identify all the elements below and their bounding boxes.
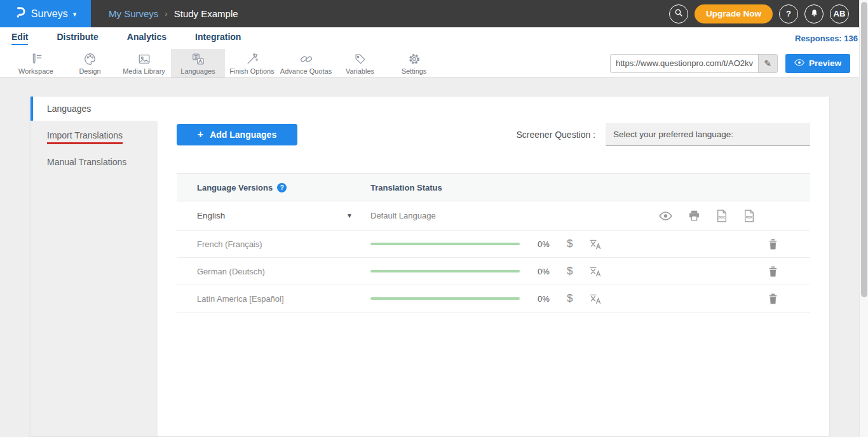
translation-percent: 0% — [538, 239, 557, 249]
surveys-menu-label: Surveys — [31, 8, 68, 20]
responses-count-link[interactable]: Responses: 136 — [795, 34, 858, 43]
delete-trash-icon[interactable] — [768, 239, 778, 250]
translate-squares-icon — [191, 52, 205, 66]
toolbar-item-variables[interactable]: Variables — [333, 49, 387, 77]
toolbar-item-languages[interactable]: Languages — [171, 49, 225, 77]
breadcrumb: My Surveys › Study Example — [91, 0, 238, 27]
bell-icon — [810, 8, 819, 20]
chain-links-icon — [299, 52, 313, 66]
language-name: French (Français) — [197, 239, 262, 249]
surveys-menu[interactable]: Surveys ▾ — [0, 0, 91, 27]
default-language-name: English — [197, 211, 225, 220]
tab-edit[interactable]: Edit — [11, 32, 28, 45]
toolbar-item-design[interactable]: Design — [63, 49, 117, 77]
sidebar-item-import-translations[interactable]: Import Translations — [31, 124, 158, 149]
help-question-icon[interactable]: ? — [277, 183, 287, 192]
screener-question-label: Screener Question : — [516, 130, 606, 140]
add-languages-button[interactable]: + Add Languages — [177, 124, 297, 145]
add-languages-label: Add Languages — [210, 130, 276, 140]
sidebar-item-manual-translations[interactable]: Manual Translations — [31, 149, 158, 174]
toolbar-right: ✎ Preview — [610, 49, 868, 77]
auto-translate-icon[interactable] — [589, 266, 602, 277]
col-translation-status: Translation Status — [370, 183, 442, 192]
delete-trash-icon[interactable] — [768, 266, 778, 277]
toolbar-item-finish-options[interactable]: Finish Options — [225, 49, 279, 77]
paid-translation-icon[interactable]: $ — [567, 292, 573, 305]
toolbar-label: Workspace — [18, 67, 53, 75]
language-versions-table: Language Versions ? Translation Status E… — [177, 173, 810, 313]
preview-label: Preview — [809, 58, 841, 68]
toolbar-item-settings[interactable]: Settings — [387, 49, 441, 77]
print-icon[interactable] — [688, 210, 700, 221]
table-row-language: Latin America [Español] 0% $ — [177, 285, 810, 313]
manual-translations-label: Manual Translations — [47, 157, 126, 167]
translation-progress-bar — [370, 243, 520, 245]
toolbar-label: Advance Quotas — [280, 67, 332, 75]
screener-question-select[interactable]: Select your preferred language: — [606, 123, 810, 146]
svg-text:DOC: DOC — [718, 215, 726, 219]
paid-translation-icon[interactable]: $ — [567, 265, 573, 278]
export-doc-icon[interactable]: DOC — [716, 210, 728, 222]
page-scrollbar-track[interactable] — [859, 0, 868, 437]
toolbar-item-workspace[interactable]: Workspace — [9, 49, 63, 77]
preview-button[interactable]: Preview — [785, 54, 850, 73]
toolbar-item-advance-quotas[interactable]: Advance Quotas — [279, 49, 333, 77]
languages-card: Languages Import Translations Manual Tra… — [31, 97, 829, 436]
notifications-button[interactable] — [804, 4, 824, 24]
eye-icon — [794, 58, 804, 68]
view-eye-icon[interactable] — [659, 212, 672, 220]
questionpro-logo-icon — [15, 5, 26, 22]
default-language-status: Default Language — [370, 211, 436, 220]
translation-percent: 0% — [538, 294, 557, 304]
toolbar-label: Finish Options — [229, 67, 274, 75]
search-button[interactable] — [669, 4, 688, 24]
auto-translate-icon[interactable] — [589, 293, 602, 304]
translation-percent: 0% — [538, 267, 557, 276]
screener-question-value: Select your preferred language: — [613, 130, 733, 139]
languages-sidebar: Languages Import Translations Manual Tra… — [31, 97, 158, 436]
tab-distribute[interactable]: Distribute — [57, 32, 98, 45]
table-row-language: French (Français) 0% $ — [177, 231, 810, 258]
col-language-versions: Language Versions — [197, 183, 273, 192]
sidebar-languages-label: Languages — [47, 104, 91, 114]
export-pdf-icon[interactable]: PDF — [743, 210, 755, 222]
paid-translation-icon[interactable]: $ — [567, 238, 573, 250]
breadcrumb-my-surveys[interactable]: My Surveys — [109, 8, 158, 19]
magic-wand-icon — [245, 52, 259, 66]
language-dropdown-caret-icon[interactable]: ▼ — [346, 212, 353, 219]
upgrade-now-button[interactable]: Upgrade Now — [695, 4, 773, 24]
toolbar-label: Media Library — [123, 67, 165, 75]
plus-icon: + — [198, 129, 203, 140]
page-scrollbar-thumb[interactable] — [861, 2, 867, 297]
toolbar-label: Variables — [346, 67, 374, 75]
toolbar-label: Languages — [180, 67, 215, 75]
survey-url-input[interactable] — [611, 55, 758, 72]
pencil-icon: ✎ — [764, 58, 772, 69]
help-button[interactable]: ? — [779, 4, 798, 24]
svg-text:PDF: PDF — [746, 215, 752, 219]
auto-translate-icon[interactable] — [589, 239, 602, 250]
sidebar-item-languages[interactable]: Languages — [31, 97, 158, 121]
toolbar-item-media-library[interactable]: Media Library — [117, 49, 171, 77]
tab-integration[interactable]: Integration — [195, 32, 241, 45]
gear-icon — [407, 52, 421, 66]
survey-nav-bar: Edit Distribute Analytics Integration Re… — [0, 27, 868, 49]
image-icon — [137, 52, 151, 66]
toolbar-label: Settings — [402, 67, 427, 75]
table-header: Language Versions ? Translation Status — [177, 173, 810, 201]
nav-tabs: Edit Distribute Analytics Integration — [11, 32, 241, 45]
delete-trash-icon[interactable] — [768, 293, 778, 304]
edit-toolbar: Workspace Design Media Library L — [0, 49, 868, 78]
breadcrumb-separator: › — [165, 9, 167, 18]
tab-analytics[interactable]: Analytics — [127, 32, 166, 45]
top-actions: Upgrade Now ? AB — [669, 0, 868, 27]
sidebar-body: Import Translations Manual Translations — [31, 121, 158, 436]
edit-url-button[interactable]: ✎ — [758, 55, 777, 72]
table-row-default-language: English ▼ Default Language — [177, 201, 810, 231]
controls-row: + Add Languages Screener Question : Sele… — [177, 123, 810, 146]
table-row-language: German (Deutsch) 0% $ — [177, 258, 810, 285]
language-name: German (Deutsch) — [197, 267, 265, 276]
pencil-lines-icon — [29, 52, 43, 66]
translation-progress-bar — [370, 270, 520, 272]
avatar[interactable]: AB — [830, 4, 849, 24]
